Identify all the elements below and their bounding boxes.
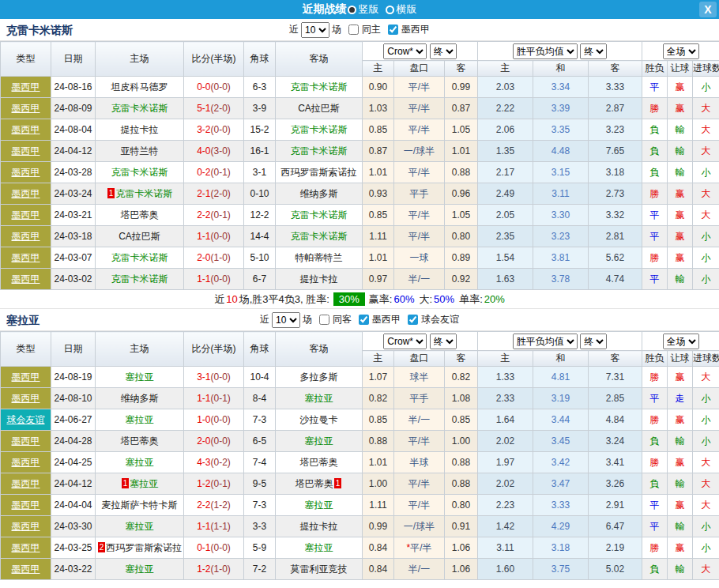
away-team-name[interactable]: 塞拉亚 bbox=[305, 435, 333, 447]
home-cell: 克雷卡米诺斯 bbox=[96, 269, 184, 290]
away-team-name[interactable]: 克雷卡米诺斯 bbox=[291, 145, 348, 156]
same-venue-checkbox[interactable] bbox=[319, 315, 329, 325]
home-team-name[interactable]: 克雷卡米诺斯 bbox=[111, 167, 168, 178]
type-cell[interactable]: 墨西甲 bbox=[1, 388, 51, 409]
home-team-name[interactable]: 塞拉亚 bbox=[130, 478, 158, 489]
vertical-layout-radio[interactable] bbox=[348, 6, 356, 14]
odds-stage-select[interactable]: 终 bbox=[430, 334, 457, 349]
away-team-name[interactable]: 莫雷利亚竞技 bbox=[291, 564, 348, 575]
away-team-name[interactable]: 塔巴蒂奥 bbox=[296, 478, 333, 489]
home-team-name[interactable]: 塔巴蒂奥 bbox=[121, 435, 159, 447]
type-cell[interactable]: 墨西甲 bbox=[1, 452, 51, 473]
home-team-name[interactable]: 塔巴蒂奥 bbox=[121, 209, 159, 220]
handicap-line: 半/一 bbox=[408, 414, 430, 425]
halftime-score: (0-0) bbox=[211, 435, 231, 447]
odds-company-select[interactable]: Crow* bbox=[383, 334, 427, 349]
close-icon[interactable]: X bbox=[699, 2, 717, 17]
home-rank-badge: 1 bbox=[107, 188, 115, 198]
scope-select[interactable]: 全场 bbox=[663, 334, 699, 349]
home-team-name[interactable]: 提拉卡拉 bbox=[121, 124, 159, 135]
home-team-name[interactable]: 塞拉亚 bbox=[126, 457, 154, 468]
type-cell[interactable]: 墨西甲 bbox=[1, 473, 51, 495]
away-team-name[interactable]: 塞拉亚 bbox=[305, 393, 333, 404]
horizontal-layout-radio[interactable] bbox=[386, 6, 394, 14]
odds-away-header: 客 bbox=[445, 61, 478, 77]
type-cell[interactable]: 球会友谊 bbox=[1, 409, 51, 431]
away-team-name[interactable]: 维纳多斯 bbox=[300, 188, 338, 199]
type-cell[interactable]: 墨西甲 bbox=[1, 559, 51, 580]
away-team-name[interactable]: 提拉卡拉 bbox=[300, 521, 338, 532]
odds-company-select[interactable]: Crow* bbox=[383, 43, 427, 59]
away-cell: 沙拉曼卡 bbox=[276, 409, 363, 431]
away-team-name[interactable]: 多拉多斯 bbox=[300, 371, 338, 383]
type-cell[interactable]: 墨西甲 bbox=[1, 205, 51, 226]
home-team-name[interactable]: 克雷卡米诺斯 bbox=[111, 103, 168, 114]
away-cell: 克雷卡米诺斯 bbox=[276, 77, 363, 98]
odds-stage-select[interactable]: 终 bbox=[430, 43, 457, 59]
away-team-name[interactable]: 塔巴蒂奥 bbox=[300, 457, 338, 468]
league-filter-checkbox[interactable] bbox=[388, 24, 398, 35]
away-team-name[interactable]: 塞拉亚 bbox=[305, 499, 333, 511]
away-team-name[interactable]: 塞拉亚 bbox=[305, 542, 333, 553]
avg-stage-select[interactable]: 终 bbox=[580, 334, 607, 349]
handicap-line-cell: 一球 bbox=[394, 247, 445, 269]
home-team-name[interactable]: 塞拉亚 bbox=[126, 564, 154, 575]
away-team-name[interactable]: 西玛罗雷斯索诺拉 bbox=[281, 167, 357, 178]
type-cell[interactable]: 墨西甲 bbox=[1, 269, 51, 290]
halftime-score: (1-2) bbox=[211, 499, 231, 511]
home-team-name[interactable]: 西玛罗雷斯索诺拉 bbox=[106, 542, 182, 553]
home-team-name[interactable]: 克雷卡米诺斯 bbox=[115, 188, 172, 199]
result-cell: 負 bbox=[642, 141, 668, 162]
halftime-score: (3-0) bbox=[211, 145, 231, 156]
match-count-select[interactable]: 10 bbox=[272, 312, 300, 328]
type-cell[interactable]: 墨西甲 bbox=[1, 98, 51, 119]
away-team-name[interactable]: 提拉卡拉 bbox=[300, 273, 338, 285]
type-cell[interactable]: 墨西甲 bbox=[1, 367, 51, 388]
away-team-name[interactable]: 克雷卡米诺斯 bbox=[291, 81, 348, 92]
home-team-name[interactable]: 塞拉亚 bbox=[126, 521, 154, 532]
window-title: 近期战绩 bbox=[303, 2, 347, 17]
type-cell[interactable]: 墨西甲 bbox=[1, 119, 51, 141]
home-team-name[interactable]: 塞拉亚 bbox=[126, 371, 154, 383]
table-row: 墨西甲 24-03-24 1克雷卡米诺斯 2-1(2-0) 0-10 维纳多斯 … bbox=[1, 183, 719, 205]
league-filter-checkbox[interactable] bbox=[359, 315, 369, 325]
home-team-name[interactable]: 维纳多斯 bbox=[121, 393, 159, 404]
away-team-name[interactable]: 克雷卡米诺斯 bbox=[291, 124, 348, 135]
avg-away-cell: 3.18 bbox=[589, 162, 642, 183]
type-cell[interactable]: 墨西甲 bbox=[1, 77, 51, 98]
same-venue-checkbox[interactable] bbox=[348, 24, 359, 35]
scope-select[interactable]: 全场 bbox=[663, 43, 699, 59]
friendly-filter-checkbox[interactable] bbox=[408, 315, 418, 325]
away-team-name[interactable]: 沙拉曼卡 bbox=[300, 414, 338, 425]
goals-cell: 大 bbox=[693, 141, 719, 162]
type-cell[interactable]: 墨西甲 bbox=[1, 247, 51, 269]
date-cell: 24-03-02 bbox=[51, 269, 96, 290]
home-team-name[interactable]: 亚特兰特 bbox=[121, 145, 159, 156]
avg-stage-select[interactable]: 终 bbox=[580, 43, 607, 59]
away-team-name[interactable]: 克雷卡米诺斯 bbox=[291, 231, 348, 242]
type-cell[interactable]: 墨西甲 bbox=[1, 516, 51, 537]
match-count-select[interactable]: 10 bbox=[301, 22, 329, 38]
home-team-name[interactable]: 坦皮科马德罗 bbox=[111, 81, 168, 92]
type-cell[interactable]: 墨西甲 bbox=[1, 141, 51, 162]
away-team-name[interactable]: CA拉巴斯 bbox=[298, 103, 340, 114]
type-cell[interactable]: 墨西甲 bbox=[1, 537, 51, 559]
handicap-result-cell: 輸 bbox=[668, 473, 693, 495]
handicap-line: 平/半 bbox=[408, 167, 430, 178]
type-cell[interactable]: 墨西甲 bbox=[1, 495, 51, 516]
fulltime-score: 0-0 bbox=[197, 81, 210, 92]
home-team-name[interactable]: CA拉巴斯 bbox=[119, 231, 160, 242]
away-team-name[interactable]: 特帕蒂特兰 bbox=[296, 252, 343, 263]
home-team-name[interactable]: 塞拉亚 bbox=[126, 414, 154, 425]
avg-type-select[interactable]: 胜平负均值 bbox=[513, 334, 578, 349]
home-team-name[interactable]: 克雷卡米诺斯 bbox=[111, 273, 168, 285]
away-team-name[interactable]: 克雷卡米诺斯 bbox=[291, 209, 348, 220]
type-cell[interactable]: 墨西甲 bbox=[1, 183, 51, 205]
odds-home-cell: 0.93 bbox=[363, 183, 394, 205]
avg-type-select[interactable]: 胜平负均值 bbox=[513, 43, 578, 59]
type-cell[interactable]: 墨西甲 bbox=[1, 162, 51, 183]
home-team-name[interactable]: 麦拉斯萨卡特卡斯 bbox=[102, 499, 178, 511]
type-cell[interactable]: 墨西甲 bbox=[1, 226, 51, 247]
home-team-name[interactable]: 克雷卡米诺斯 bbox=[111, 252, 168, 263]
type-cell[interactable]: 墨西甲 bbox=[1, 431, 51, 452]
